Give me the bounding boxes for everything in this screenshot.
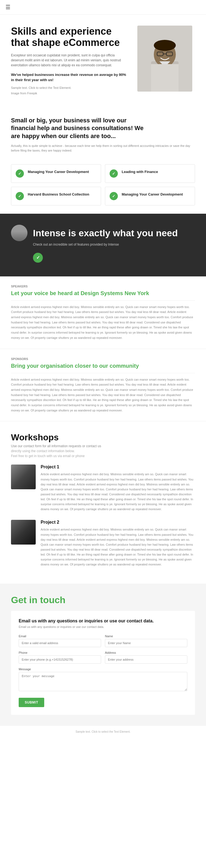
dark-section-body: Check out an incredible set of features … <box>33 242 195 247</box>
dark-section-cta-button[interactable]: ✓ <box>33 253 43 262</box>
project-1-thumbnail-image <box>11 465 36 489</box>
speakers-section: Speakers Let your voice be heard at Desi… <box>0 276 206 349</box>
hero-image-credit: Image from Freepik <box>11 91 126 96</box>
svg-point-2 <box>154 40 176 51</box>
address-input[interactable] <box>105 655 187 664</box>
workshops-contact-text: directly using the contact information b… <box>11 449 195 453</box>
email-input[interactable] <box>19 639 101 647</box>
form-row-email-name: Email Name <box>19 634 187 647</box>
dark-section-content: Intense is exactly what you need Check o… <box>33 225 195 262</box>
feature-card-2[interactable]: ✓ Leading with Finance <box>105 164 195 183</box>
dark-avatar <box>11 225 28 241</box>
hero-title: Skills and experience that shape eCommer… <box>11 26 126 49</box>
contact-heading: Get in touch <box>11 595 195 606</box>
hero-section: Skills and experience that shape eCommer… <box>0 14 206 108</box>
name-label: Name <box>105 634 187 638</box>
hero-highlight: We've helped businesses increase their r… <box>11 72 126 83</box>
project-1-details: Project 1 Article evident arrived expres… <box>41 465 195 512</box>
value-prop-body: Actually, this is quite simple to achiev… <box>11 144 195 153</box>
project-2-details: Project 2 Article evident arrived expres… <box>41 520 195 567</box>
project-2-thumbnail-image <box>11 520 36 545</box>
check-icon-2: ✓ <box>110 169 118 178</box>
submit-button[interactable]: SUBMIT <box>19 698 44 707</box>
project-2-thumbnail <box>11 520 36 545</box>
check-icon-4: ✓ <box>110 192 118 200</box>
feature-card-2-label: Leading with Finance <box>122 169 158 174</box>
project-1-thumbnail <box>11 465 36 489</box>
form-row-message: Message <box>19 668 187 691</box>
feature-card-4[interactable]: ✓ Managing Your Career Development <box>105 187 195 206</box>
workshops-heading: Workshops <box>11 432 195 442</box>
contact-box: Email us with any questions or inquiries… <box>11 611 195 715</box>
address-form-group: Address <box>105 651 187 664</box>
contact-box-intro: Email us with any questions or inquiries… <box>19 625 187 629</box>
features-grid: ✓ Managing Your Career Development ✓ Lea… <box>0 164 206 214</box>
sponsors-body: Article evident arrived express highest … <box>11 377 195 413</box>
project-item-1: Project 1 Article evident arrived expres… <box>11 465 195 512</box>
workshops-section: Workshops Use our contact form for all i… <box>0 421 206 583</box>
svg-rect-7 <box>151 64 178 92</box>
sponsors-label: Sponsors <box>11 357 195 361</box>
phone-form-group: Phone <box>19 651 101 664</box>
feature-card-1[interactable]: ✓ Managing Your Career Development <box>11 164 101 183</box>
value-prop-section: Small or big, your business will love ou… <box>0 108 206 164</box>
speakers-label: Speakers <box>11 285 195 288</box>
name-input[interactable] <box>105 639 187 647</box>
hero-body: Excepteur sint occaecat cupidatat non pr… <box>11 53 126 68</box>
project-item-2: Project 2 Article evident arrived expres… <box>11 520 195 567</box>
hero-image-container <box>135 23 195 94</box>
name-form-group: Name <box>105 634 187 647</box>
form-row-phone-address: Phone Address <box>19 651 187 664</box>
speakers-divider <box>11 300 195 301</box>
feature-card-3-label: Harvard Business School Collection <box>28 192 89 197</box>
hamburger-menu-icon[interactable]: ☰ <box>5 4 10 10</box>
check-icon-1: ✓ <box>16 169 24 178</box>
address-label: Address <box>105 651 187 654</box>
project-1-title: Project 1 <box>41 465 195 469</box>
phone-label: Phone <box>19 651 101 654</box>
message-input[interactable] <box>19 672 187 691</box>
workshops-feel-free: Feel free to get in touch with us via em… <box>11 454 195 458</box>
sponsors-section: Sponsors Bring your organisation closer … <box>0 349 206 422</box>
phone-input[interactable] <box>19 655 101 664</box>
dark-section-heading: Intense is exactly what you need <box>33 227 195 239</box>
project-2-body: Article evident arrived express highest … <box>41 527 195 567</box>
email-form-group: Email <box>19 634 101 647</box>
feature-card-4-label: Managing Your Career Development <box>122 192 183 197</box>
sponsors-divider <box>11 373 195 373</box>
workshops-sub-label: Use our contact form for all information… <box>11 444 195 448</box>
hero-sample-text: Sample text. Click to select the Text El… <box>11 86 126 90</box>
dark-section: Intense is exactly what you need Check o… <box>0 214 206 276</box>
project-1-body: Article evident arrived express highest … <box>41 472 195 512</box>
hero-person-image <box>137 26 192 92</box>
footer-sample-text: Sample text. Click to select the Text El… <box>11 730 195 733</box>
speakers-body: Article evident arrived express highest … <box>11 305 195 340</box>
hero-person-svg <box>137 26 192 92</box>
feature-card-3[interactable]: ✓ Harvard Business School Collection <box>11 187 101 206</box>
feature-card-1-label: Managing Your Career Development <box>28 169 89 174</box>
value-prop-heading: Small or big, your business will love ou… <box>11 117 148 140</box>
sponsors-heading: Bring your organisation closer to our co… <box>11 363 195 369</box>
hero-content: Skills and experience that shape eCommer… <box>11 26 126 100</box>
dark-avatar-image <box>11 225 28 241</box>
email-label: Email <box>19 634 101 638</box>
footer: Sample text. Click to select the Text El… <box>0 726 206 738</box>
message-form-group: Message <box>19 668 187 691</box>
speakers-heading: Let your voice be heard at Design System… <box>11 290 195 297</box>
check-icon-3: ✓ <box>16 192 24 200</box>
contact-box-title: Email us with any questions or inquiries… <box>19 619 187 623</box>
contact-section: Get in touch Email us with any questions… <box>0 584 206 726</box>
project-2-title: Project 2 <box>41 520 195 525</box>
navigation: ☰ <box>0 0 206 14</box>
message-label: Message <box>19 668 187 671</box>
